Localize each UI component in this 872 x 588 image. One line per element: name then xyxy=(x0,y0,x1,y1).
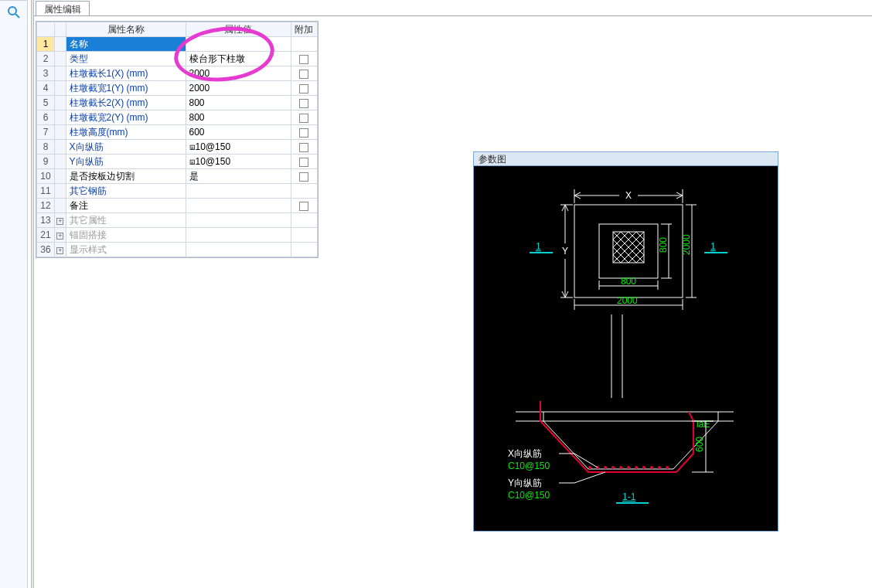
svg-point-62 xyxy=(658,466,661,469)
col-header-name: 属性名称 xyxy=(66,22,186,37)
section-label: 1-1 xyxy=(622,491,636,502)
checkbox-icon[interactable] xyxy=(299,202,308,211)
property-value[interactable]: ZD-1 xyxy=(186,37,291,52)
extra-checkbox-cell xyxy=(291,243,317,257)
extra-checkbox-cell[interactable] xyxy=(291,155,317,169)
row-number: 11 xyxy=(37,184,55,199)
value-y-rebar: C10@150 xyxy=(508,490,550,501)
property-value[interactable]: 2000 xyxy=(186,66,291,81)
expand-toggle[interactable]: + xyxy=(55,243,66,257)
section-mark-right: 1 xyxy=(710,241,716,252)
extra-checkbox-cell xyxy=(291,213,317,228)
extra-checkbox-cell[interactable] xyxy=(291,96,317,110)
table-row[interactable]: 6柱墩截宽2(Y) (mm)800 xyxy=(37,110,318,125)
checkbox-icon[interactable] xyxy=(299,158,308,167)
expand-toggle xyxy=(55,169,66,184)
dim-bot-2000: 2000 xyxy=(617,295,638,306)
property-value[interactable] xyxy=(186,184,291,199)
svg-point-56 xyxy=(611,466,615,469)
checkbox-icon[interactable] xyxy=(299,84,308,93)
checkbox-icon[interactable] xyxy=(299,128,308,138)
table-row[interactable]: 7柱墩高度(mm)600 xyxy=(37,125,318,140)
row-number: 6 xyxy=(37,110,55,125)
property-value[interactable]: 800 xyxy=(186,110,291,125)
row-number: 21 xyxy=(37,228,55,243)
extra-checkbox-cell[interactable] xyxy=(291,110,317,125)
table-row[interactable]: 11其它钢筋 xyxy=(37,184,318,199)
property-value[interactable] xyxy=(186,213,291,228)
property-value[interactable]: ⧆10@150 xyxy=(186,155,291,169)
extra-checkbox-cell[interactable] xyxy=(291,52,317,66)
table-row[interactable]: 36+显示样式 xyxy=(37,243,318,257)
table-row[interactable]: 5柱墩截长2(X) (mm)800 xyxy=(37,96,318,110)
extra-checkbox-cell xyxy=(291,37,317,52)
table-row[interactable]: 21+锚固搭接 xyxy=(37,228,318,243)
expand-toggle[interactable]: + xyxy=(55,213,66,228)
property-value[interactable] xyxy=(186,228,291,243)
extra-checkbox-cell xyxy=(291,184,317,199)
property-value[interactable]: 2000 xyxy=(186,81,291,96)
property-value[interactable]: 800 xyxy=(186,96,291,110)
tab-property-edit[interactable]: 属性编辑 xyxy=(36,1,90,16)
svg-line-26 xyxy=(676,195,683,199)
property-value[interactable] xyxy=(186,199,291,213)
extra-checkbox-cell[interactable] xyxy=(291,81,317,96)
tab-strip xyxy=(34,15,872,16)
property-value[interactable]: 是 xyxy=(186,169,291,184)
svg-point-59 xyxy=(635,466,638,469)
extra-checkbox-cell xyxy=(291,228,317,243)
row-number: 1 xyxy=(37,37,55,52)
row-number: 3 xyxy=(37,66,55,81)
extra-checkbox-cell[interactable] xyxy=(291,66,317,81)
table-row[interactable]: 10是否按板边切割是 xyxy=(37,169,318,184)
property-name: 类型 xyxy=(66,52,186,66)
expand-toggle xyxy=(55,52,66,66)
table-row[interactable]: 4柱墩截宽1(Y) (mm)2000 xyxy=(37,81,318,96)
property-value[interactable]: 棱台形下柱墩 xyxy=(186,52,291,66)
property-name: 名称 xyxy=(66,37,186,52)
checkbox-icon[interactable] xyxy=(299,143,308,152)
property-value[interactable]: 600 xyxy=(186,125,291,140)
extra-checkbox-cell[interactable] xyxy=(291,169,317,184)
checkbox-icon[interactable] xyxy=(299,99,308,108)
svg-line-33 xyxy=(562,291,565,297)
section-mark-left: 1 xyxy=(536,241,541,252)
table-row[interactable]: 2类型棱台形下柱墩 xyxy=(37,52,318,66)
svg-point-60 xyxy=(642,466,645,469)
checkbox-icon[interactable] xyxy=(299,114,308,123)
table-row[interactable]: 1名称ZD-1 xyxy=(37,37,318,52)
table-row[interactable]: 9Y向纵筋⧆10@150 xyxy=(37,155,318,169)
col-header-extra: 附加 xyxy=(291,22,317,37)
property-value[interactable]: ⧆10@150 xyxy=(186,140,291,155)
col-header-rownum xyxy=(37,22,55,37)
row-number: 36 xyxy=(37,243,55,257)
svg-point-58 xyxy=(627,466,630,469)
col-header-expand xyxy=(55,22,66,37)
extra-checkbox-cell[interactable] xyxy=(291,125,317,140)
search-icon[interactable] xyxy=(7,5,21,19)
table-row[interactable]: 8X向纵筋⧆10@150 xyxy=(37,140,318,155)
svg-line-32 xyxy=(565,205,568,211)
value-x-rebar: C10@150 xyxy=(508,461,550,471)
extra-checkbox-cell[interactable] xyxy=(291,140,317,155)
dim-bot-800: 800 xyxy=(621,276,636,287)
checkbox-icon[interactable] xyxy=(299,55,308,64)
extra-checkbox-cell[interactable] xyxy=(291,199,317,213)
expand-toggle[interactable]: + xyxy=(55,228,66,243)
row-number: 5 xyxy=(37,96,55,110)
parameter-diagram-title: 参数图 xyxy=(474,152,778,166)
dim-right-800: 800 xyxy=(658,237,669,253)
row-number: 9 xyxy=(37,155,55,169)
left-toolbar xyxy=(0,0,28,588)
property-name: 显示样式 xyxy=(66,243,186,257)
table-row[interactable]: 3柱墩截长1(X) (mm)2000 xyxy=(37,66,318,81)
checkbox-icon[interactable] xyxy=(299,70,308,79)
row-number: 4 xyxy=(37,81,55,96)
label-x-rebar: X向纵筋 xyxy=(508,448,542,459)
table-row[interactable]: 13+其它属性 xyxy=(37,213,318,228)
splitter[interactable] xyxy=(31,0,34,588)
table-row[interactable]: 12备注 xyxy=(37,199,318,213)
svg-point-61 xyxy=(650,466,653,469)
checkbox-icon[interactable] xyxy=(299,172,308,182)
property-value[interactable] xyxy=(186,243,291,257)
